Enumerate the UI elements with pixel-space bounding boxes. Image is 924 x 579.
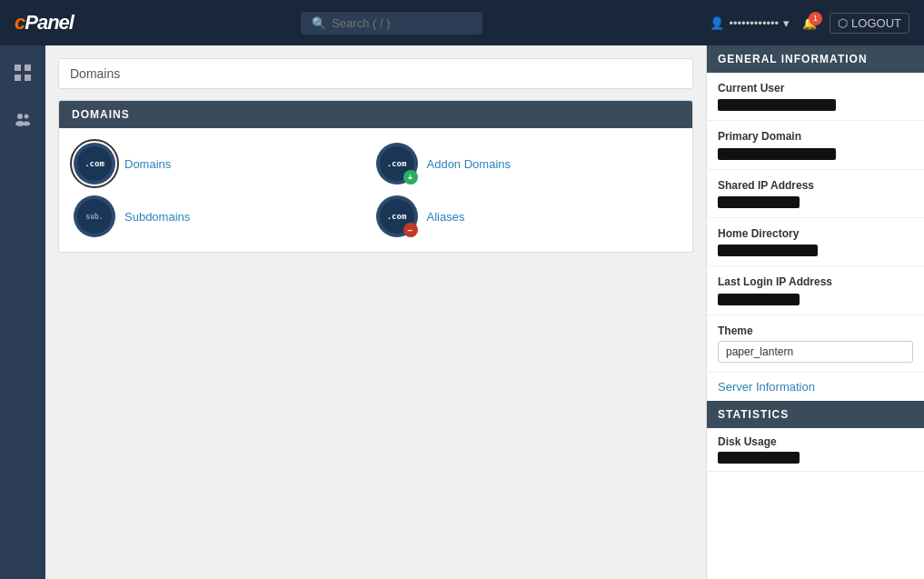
chevron-down-icon: ▾ xyxy=(783,16,790,30)
navbar: cPanel 🔍 👤 •••••••••••• ▾ 🔔 1 ⬡ LOGOUT xyxy=(0,0,924,45)
aliases-icon-wrap: .com − xyxy=(376,195,418,237)
search-box[interactable]: 🔍 xyxy=(301,12,482,35)
domains-panel-header: DOMAINS xyxy=(59,101,692,128)
current-user-redacted xyxy=(718,99,836,111)
home-directory-section: Home Directory xyxy=(707,218,924,266)
navbar-search-container: 🔍 xyxy=(84,12,700,35)
svg-point-6 xyxy=(25,115,29,119)
server-information-link[interactable]: Server Information xyxy=(707,373,924,401)
subdomains-icon-wrap: sub. xyxy=(74,195,115,237)
theme-label: Theme xyxy=(718,324,913,337)
addon-domains-icon-wrap: .com + xyxy=(376,143,418,185)
bell-badge: 1 xyxy=(809,12,822,25)
users-icon xyxy=(14,111,32,129)
grid-icon xyxy=(14,64,32,82)
last-login-redacted xyxy=(718,294,800,305)
domains-search-input[interactable] xyxy=(58,58,693,89)
aliases-link[interactable]: Aliases xyxy=(427,210,465,224)
domains-link[interactable]: Domains xyxy=(124,157,171,171)
svg-point-7 xyxy=(23,122,30,126)
svg-rect-1 xyxy=(25,65,31,71)
shared-ip-value xyxy=(718,195,913,208)
shared-ip-redacted xyxy=(718,196,800,208)
svg-rect-0 xyxy=(15,65,21,71)
logout-label: LOGOUT xyxy=(851,16,901,30)
user-name: •••••••••••• xyxy=(729,16,779,30)
domains-icon-wrap: .com xyxy=(74,143,115,185)
disk-usage-label: Disk Usage xyxy=(718,435,913,448)
domains-icon-text: .com xyxy=(77,146,112,181)
logout-icon: ⬡ xyxy=(838,16,848,30)
list-item[interactable]: .com − Aliases xyxy=(376,195,679,237)
last-login-value xyxy=(718,292,913,304)
svg-rect-2 xyxy=(15,75,21,81)
current-user-value xyxy=(718,98,913,111)
sidebar-item-grid[interactable] xyxy=(6,56,39,89)
home-directory-label: Home Directory xyxy=(718,227,913,240)
brand-logo: cPanel xyxy=(15,11,74,35)
subdomains-link[interactable]: Subdomains xyxy=(124,210,190,224)
domains-panel: DOMAINS .com Domains .com + Addon Domain… xyxy=(58,100,693,253)
svg-rect-3 xyxy=(25,75,31,81)
sidebar-item-users[interactable] xyxy=(6,104,39,136)
shared-ip-label: Shared IP Address xyxy=(718,179,913,192)
addon-domains-link[interactable]: Addon Domains xyxy=(427,157,512,171)
list-item[interactable]: .com Domains xyxy=(74,143,376,185)
navbar-right: 👤 •••••••••••• ▾ 🔔 1 ⬡ LOGOUT xyxy=(710,13,909,34)
domains-panel-body: .com Domains .com + Addon Domains xyxy=(59,128,692,252)
home-directory-value xyxy=(718,244,913,256)
aliases-badge: − xyxy=(403,223,418,237)
main-content: DOMAINS .com Domains .com + Addon Domain… xyxy=(45,45,706,579)
right-panel: GENERAL INFORMATION Current User Primary… xyxy=(706,45,924,579)
user-menu[interactable]: 👤 •••••••••••• ▾ xyxy=(710,16,790,30)
shared-ip-section: Shared IP Address xyxy=(707,170,924,218)
list-item[interactable]: .com + Addon Domains xyxy=(376,143,679,185)
theme-input[interactable] xyxy=(718,341,913,363)
primary-domain-redacted xyxy=(718,148,836,160)
left-sidebar xyxy=(0,45,45,579)
last-login-section: Last Login IP Address xyxy=(707,266,924,314)
primary-domain-section: Primary Domain xyxy=(707,121,924,169)
search-icon: 🔍 xyxy=(312,16,326,30)
logout-button[interactable]: ⬡ LOGOUT xyxy=(830,13,909,34)
user-icon: 👤 xyxy=(710,16,724,30)
main-layout: DOMAINS .com Domains .com + Addon Domain… xyxy=(0,45,924,579)
search-input[interactable] xyxy=(332,16,468,30)
theme-section: Theme xyxy=(707,315,924,373)
disk-usage-redacted xyxy=(718,452,800,464)
current-user-section: Current User xyxy=(707,73,924,121)
statistics-header: STATISTICS xyxy=(707,401,924,428)
notifications-bell[interactable]: 🔔 1 xyxy=(802,16,817,30)
addon-domains-badge: + xyxy=(403,170,418,185)
home-directory-redacted xyxy=(718,245,818,256)
last-login-label: Last Login IP Address xyxy=(718,275,913,288)
list-item[interactable]: sub. Subdomains xyxy=(74,195,376,237)
disk-usage-value xyxy=(718,451,913,464)
svg-point-4 xyxy=(17,114,23,119)
primary-domain-value xyxy=(718,146,913,159)
general-info-header: GENERAL INFORMATION xyxy=(707,45,924,73)
primary-domain-label: Primary Domain xyxy=(718,130,913,143)
disk-usage-section: Disk Usage xyxy=(707,428,924,472)
subdomains-icon-text: sub. xyxy=(85,213,103,221)
current-user-label: Current User xyxy=(718,82,913,95)
